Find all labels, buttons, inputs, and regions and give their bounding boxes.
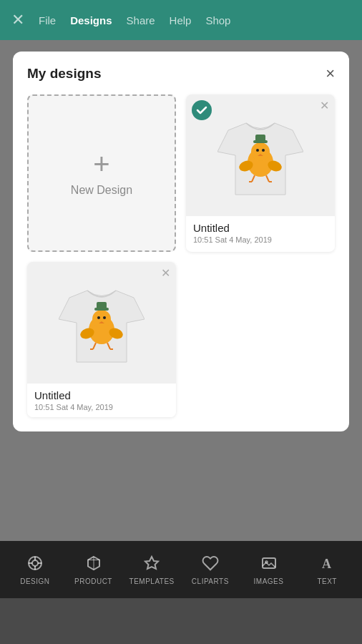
nav-share[interactable]: Share: [127, 14, 155, 26]
svg-text:A: A: [322, 557, 331, 571]
design-card-1-name: Untitled: [193, 222, 328, 234]
design-card-2-footer: Untitled 10:51 Sat 4 May, 2019: [27, 384, 176, 417]
design-grid: + New Design ✕: [27, 94, 335, 417]
bottom-nav-templates-label: Templates: [129, 577, 175, 585]
modal-close-button[interactable]: ×: [326, 66, 335, 82]
bottom-nav-templates[interactable]: Templates: [122, 555, 181, 585]
card-2-delete-button[interactable]: ✕: [161, 266, 170, 280]
design-card-2-date: 10:51 Sat 4 May, 2019: [34, 403, 169, 411]
design-card-1-image: ✕: [186, 94, 335, 216]
bottom-nav-images-label: Images: [254, 577, 284, 585]
bottom-nav: Design Product Templates Cliparts: [0, 541, 362, 598]
modal-card: My designs × + New Design: [13, 52, 349, 431]
nav-file[interactable]: File: [39, 14, 56, 26]
nav-shop[interactable]: Shop: [205, 14, 230, 26]
svg-point-18: [103, 316, 106, 319]
cliparts-icon: [202, 555, 219, 575]
svg-point-17: [97, 316, 100, 319]
bottom-nav-text[interactable]: A Text: [298, 555, 356, 585]
close-icon[interactable]: ✕: [11, 11, 24, 29]
selected-check-badge: [192, 100, 212, 120]
product-icon: [85, 555, 102, 575]
checkmark-icon: [196, 104, 207, 116]
design-card-2[interactable]: ✕: [27, 262, 176, 417]
tshirt-svg-2: [59, 276, 145, 369]
svg-point-5: [262, 149, 265, 152]
svg-rect-3: [255, 135, 265, 142]
templates-icon: [143, 555, 160, 575]
new-design-tile[interactable]: + New Design: [27, 94, 176, 252]
svg-point-27: [32, 560, 38, 566]
svg-point-4: [256, 149, 259, 152]
bottom-nav-product[interactable]: Product: [64, 555, 123, 585]
svg-rect-16: [97, 302, 107, 309]
design-card-2-image: ✕: [27, 262, 176, 384]
design-card-1-date: 10:51 Sat 4 May, 2019: [193, 235, 328, 244]
modal-title: My designs: [27, 66, 101, 82]
new-design-label: New Design: [71, 184, 132, 197]
new-design-plus-icon: +: [93, 150, 109, 178]
bottom-nav-cliparts[interactable]: Cliparts: [181, 555, 240, 585]
bottom-nav-cliparts-label: Cliparts: [192, 577, 229, 585]
nav-help[interactable]: Help: [170, 14, 192, 26]
bottom-nav-product-label: Product: [74, 577, 112, 585]
svg-marker-34: [145, 557, 158, 569]
design-card-1[interactable]: ✕: [186, 94, 335, 252]
design-card-1-footer: Untitled 10:51 Sat 4 May, 2019: [186, 216, 335, 250]
design-card-2-name: Untitled: [34, 389, 169, 401]
svg-rect-35: [263, 558, 275, 568]
top-nav: ✕ File Designs Share Help Shop: [0, 0, 362, 40]
bottom-nav-images[interactable]: Images: [240, 555, 298, 585]
bottom-nav-design-label: Design: [20, 577, 49, 585]
tshirt-svg-1: [217, 109, 303, 202]
modal-overlay: My designs × + New Design: [0, 40, 362, 541]
images-icon: [260, 555, 278, 575]
text-icon: A: [318, 555, 336, 575]
svg-point-14: [92, 310, 111, 328]
bottom-nav-text-label: Text: [317, 577, 337, 585]
modal-header: My designs ×: [27, 66, 335, 82]
design-card-2-tshirt: [27, 262, 176, 384]
nav-designs[interactable]: Designs: [70, 14, 112, 26]
card-1-delete-button[interactable]: ✕: [320, 99, 329, 112]
bottom-nav-design[interactable]: Design: [6, 555, 64, 585]
svg-point-1: [251, 142, 270, 161]
design-icon: [26, 555, 44, 575]
